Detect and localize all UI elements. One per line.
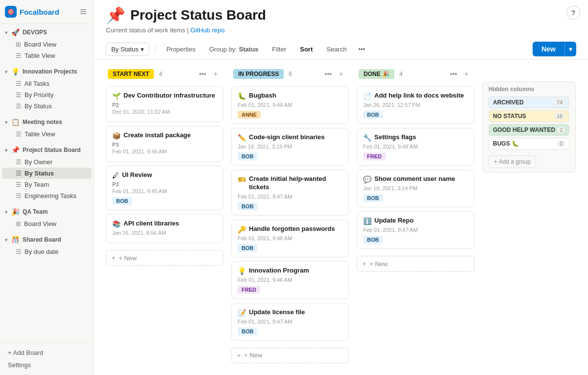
sidebar-section-header-devops[interactable]: ▾🚀DEVOPS	[0, 26, 94, 39]
sidebar-item-by-priority[interactable]: ☰By Priority	[2, 89, 92, 100]
properties-button[interactable]: Properties	[162, 43, 200, 55]
card-title: Innovation Program	[249, 267, 309, 275]
card-title: Bugbash	[249, 92, 276, 100]
column-add-button[interactable]: ＋	[335, 69, 347, 79]
group-by-caret-icon: ▾	[141, 46, 144, 53]
column-badge: DONE 🎉	[359, 69, 394, 79]
column-actions: ••• ＋	[196, 69, 221, 79]
card-date: Jan 19, 2021, 3:14 PM	[363, 185, 468, 191]
sidebar-item-by-status-project[interactable]: ☰By Status	[2, 168, 92, 179]
sidebar-section-qa-team: ▾🎉QA Team⊞Board View	[0, 203, 94, 231]
sidebar-section-header-project-status[interactable]: ▾📌Project Status Board	[0, 144, 94, 156]
column-add-button[interactable]: ＋	[210, 69, 221, 79]
settings-button[interactable]: Settings	[5, 359, 89, 371]
sort-button[interactable]: Sort	[295, 43, 318, 55]
chip-label: GOOD HELP WANTED	[493, 126, 555, 133]
card-in-progress-2[interactable]: 🎫 Create initial help-wanted tickets Feb…	[231, 170, 349, 216]
card-assignee: BOB	[238, 244, 257, 252]
card-icon: 📝	[238, 309, 246, 317]
card-top: 💬 Show comment user name	[363, 175, 468, 183]
card-in-progress-4[interactable]: 💡 Innovation Program Feb 01, 2021, 9:46 …	[231, 261, 349, 299]
card-assignee: FRED	[363, 152, 386, 160]
card-start-next-1[interactable]: 📦 Create install package P3Feb 01, 2021,…	[106, 126, 223, 162]
help-button[interactable]: ?	[566, 6, 580, 20]
column-badge: START NEXT	[108, 69, 154, 79]
sidebar-item-board-view-qa[interactable]: ⊞Board View	[2, 218, 92, 229]
column-add-button[interactable]: ＋	[461, 69, 472, 79]
hidden-col-bugs[interactable]: BUGS 🐛 0	[489, 138, 569, 150]
search-button[interactable]: Search	[321, 43, 351, 55]
card-start-next-3[interactable]: 📚 API client libraries Jan 26, 2021, 8:5…	[106, 214, 223, 243]
column-more-button[interactable]: •••	[322, 69, 334, 79]
sidebar-item-by-owner[interactable]: ☰By Owner	[2, 156, 92, 168]
column-more-button[interactable]: •••	[447, 69, 460, 79]
column-actions: ••• ＋	[322, 69, 347, 79]
sidebar-item-table-view-meeting[interactable]: ☰Table View	[2, 128, 92, 140]
card-date: Feb 01, 2021, 9:46 AM	[112, 149, 217, 154]
add-new-button-done[interactable]: ＋+ New	[357, 256, 474, 272]
sidebar-item-board-view-devops[interactable]: ⊞Board View	[2, 39, 92, 50]
sidebar-item-icon: ☰	[16, 248, 22, 255]
card-done-2[interactable]: 💬 Show comment user name Jan 19, 2021, 3…	[357, 170, 474, 207]
card-date: Feb 01, 2021, 9:48 AM	[363, 144, 468, 150]
card-in-progress-3[interactable]: 🔑 Handle forgotten passwords Feb 01, 202…	[231, 220, 349, 257]
card-done-3[interactable]: ℹ️ Update Repo Feb 01, 2021, 9:47 AMBOB	[357, 211, 474, 249]
board-area: START NEXT 4 ••• ＋ 🌱 Dev Contributor inf…	[94, 60, 588, 375]
logo-text: Focalboard	[20, 8, 59, 16]
card-in-progress-1[interactable]: ✏️ Code-sign client binaries Jan 18, 202…	[231, 128, 349, 166]
sidebar-item-label: Table View	[24, 52, 55, 59]
sidebar-section-header-qa-team[interactable]: ▾🎉QA Team	[0, 205, 94, 218]
sidebar-item-icon: ⊞	[16, 41, 21, 48]
card-start-next-2[interactable]: 🖊 UI Review P3Feb 01, 2021, 9:45 AMBOB	[106, 166, 223, 210]
cards-container-start-next: 🌱 Dev Contributor infrastructure P2Dec 0…	[106, 86, 223, 369]
card-top: 🔧 Settings flags	[363, 133, 468, 142]
sidebar-item-icon: ☰	[16, 80, 22, 87]
add-board-button[interactable]: + Add Board	[5, 347, 89, 359]
card-done-1[interactable]: 🔧 Settings flags Feb 01, 2021, 9:48 AMFR…	[357, 128, 474, 166]
filter-button[interactable]: Filter	[267, 43, 291, 55]
sidebar-item-by-status-innovation[interactable]: ☰By Status	[2, 100, 92, 112]
sidebar-section-header-shared-board[interactable]: ▾🎊Shared Board	[0, 233, 94, 246]
card-date: Jan 18, 2021, 3:19 PM	[238, 144, 343, 150]
sidebar-collapse-button[interactable]	[78, 6, 89, 17]
sidebar-item-icon: ☰	[16, 52, 22, 59]
card-icon: 💡	[238, 267, 246, 275]
sidebar-item-icon: ☰	[16, 192, 22, 200]
card-in-progress-5[interactable]: 📝 Update license file Feb 01, 2021, 9:47…	[231, 303, 349, 341]
sidebar-section-header-innovation[interactable]: ▾💡Innovation Projects	[0, 65, 94, 78]
page-title-row: 📌 Project Status Board	[106, 6, 266, 25]
sidebar-item-icon: ☰	[16, 102, 22, 110]
section-label: DEVOPS	[23, 29, 47, 36]
sidebar-item-icon: ⊞	[16, 220, 21, 227]
add-new-button-in-progress[interactable]: ＋+ New	[231, 348, 349, 363]
sidebar-item-engineering-tasks[interactable]: ☰Engineering Tasks	[2, 190, 92, 201]
sidebar-item-by-team[interactable]: ☰By Team	[2, 179, 92, 190]
hidden-col-archived[interactable]: ARCHIVED 74	[489, 97, 569, 108]
card-assignee: BOB	[112, 197, 132, 205]
card-done-0[interactable]: 📄 Add help link to docs website Jan 26, …	[357, 86, 474, 124]
add-new-button-start-next[interactable]: ＋+ New	[106, 250, 223, 266]
card-in-progress-0[interactable]: 🐛 Bugbash Feb 01, 2021, 9:48 AMANNE	[231, 86, 349, 124]
hidden-col-good-help-wanted[interactable]: GOOD HELP WANTED 2	[489, 124, 569, 136]
chip-count: 0	[557, 140, 565, 147]
app-logo[interactable]: 🎯 Focalboard	[5, 6, 59, 18]
card-start-next-0[interactable]: 🌱 Dev Contributor infrastructure P2Dec 0…	[106, 86, 223, 122]
sidebar-item-label: By Status	[24, 170, 54, 177]
sidebar-section-header-meeting-notes[interactable]: ▾📋Meeting notes	[0, 116, 94, 128]
more-options-button[interactable]: •••	[355, 43, 368, 55]
column-in-progress: IN PROGRESS 6 ••• ＋ 🐛 Bugbash Feb 01, 20…	[231, 66, 349, 369]
sidebar-item-all-tasks[interactable]: ☰All Tasks	[2, 78, 92, 89]
group-by-button[interactable]: By Status ▾	[106, 43, 149, 56]
new-button[interactable]: New	[533, 42, 564, 56]
card-date: Feb 01, 2021, 9:46 AM	[238, 277, 343, 283]
column-more-button[interactable]: •••	[196, 69, 209, 79]
new-button-arrow[interactable]: ▾	[564, 42, 576, 56]
hidden-col-no-status[interactable]: NO STATUS 16	[489, 110, 569, 122]
card-icon: 📄	[363, 92, 371, 100]
sidebar-header: 🎯 Focalboard	[0, 0, 94, 24]
group-by-status-button[interactable]: Group by: Status	[204, 43, 263, 55]
sidebar-item-by-due-date[interactable]: ☰By due date	[2, 246, 92, 257]
add-group-button[interactable]: + Add a group	[489, 155, 536, 168]
sidebar-item-table-view-devops[interactable]: ☰Table View	[2, 50, 92, 61]
github-repo-link[interactable]: GitHub repo	[190, 26, 224, 34]
